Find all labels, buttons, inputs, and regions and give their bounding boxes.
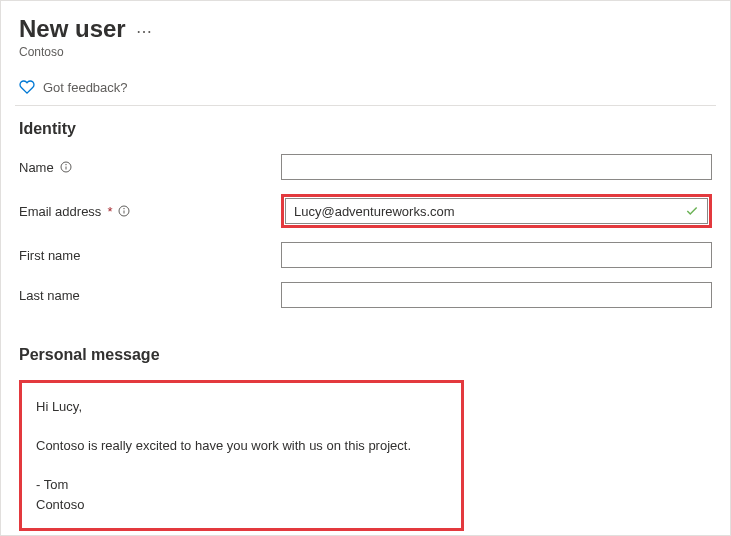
page-subtitle: Contoso bbox=[19, 45, 712, 59]
personal-message-title: Personal message bbox=[19, 346, 712, 364]
check-icon bbox=[685, 204, 699, 218]
last-name-label-wrap: Last name bbox=[19, 288, 281, 303]
identity-section-title: Identity bbox=[19, 120, 712, 138]
email-input-wrap bbox=[281, 194, 712, 228]
required-indicator: * bbox=[107, 204, 112, 219]
page-title: New user bbox=[19, 15, 126, 43]
email-input[interactable] bbox=[285, 198, 708, 224]
last-name-input-wrap bbox=[281, 282, 712, 308]
identity-section: Identity Name Email address * bbox=[1, 106, 730, 326]
feedback-link[interactable]: Got feedback? bbox=[1, 67, 730, 105]
first-name-input-wrap bbox=[281, 242, 712, 268]
name-label: Name bbox=[19, 160, 54, 175]
info-icon[interactable] bbox=[60, 161, 72, 173]
heart-icon bbox=[19, 79, 35, 95]
personal-message-textarea[interactable]: Hi Lucy, Contoso is really excited to ha… bbox=[19, 380, 464, 531]
name-row: Name bbox=[19, 154, 712, 180]
first-name-row: First name bbox=[19, 242, 712, 268]
last-name-row: Last name bbox=[19, 282, 712, 308]
name-input-wrap bbox=[281, 154, 712, 180]
email-row: Email address * bbox=[19, 194, 712, 228]
svg-point-5 bbox=[124, 209, 125, 210]
last-name-label: Last name bbox=[19, 288, 80, 303]
email-label-wrap: Email address * bbox=[19, 204, 281, 219]
title-row: New user ⋯ bbox=[19, 15, 712, 43]
first-name-label-wrap: First name bbox=[19, 248, 281, 263]
more-options-icon[interactable]: ⋯ bbox=[136, 22, 153, 41]
page-header: New user ⋯ Contoso bbox=[1, 1, 730, 67]
info-icon[interactable] bbox=[118, 205, 130, 217]
personal-message-section: Personal message Hi Lucy, Contoso is rea… bbox=[1, 326, 730, 536]
first-name-label: First name bbox=[19, 248, 80, 263]
name-label-wrap: Name bbox=[19, 160, 281, 175]
svg-point-2 bbox=[65, 165, 66, 166]
last-name-input[interactable] bbox=[281, 282, 712, 308]
name-input[interactable] bbox=[281, 154, 712, 180]
first-name-input[interactable] bbox=[281, 242, 712, 268]
feedback-label: Got feedback? bbox=[43, 80, 128, 95]
email-label: Email address bbox=[19, 204, 101, 219]
